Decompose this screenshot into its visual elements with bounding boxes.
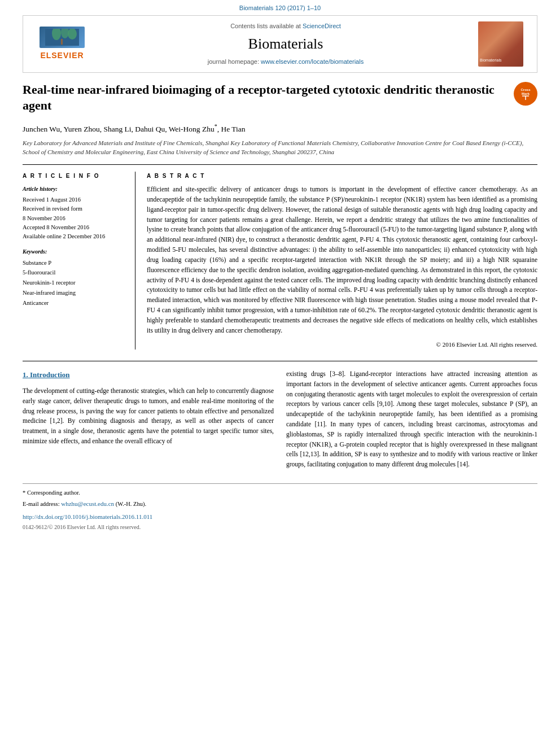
crossmark-badge[interactable]: Cross Mark bbox=[514, 82, 537, 106]
affiliation-text: Key Laboratory for Advanced Materials an… bbox=[23, 139, 537, 156]
abstract-column: A B S T R A C T Efficient and site-speci… bbox=[147, 172, 537, 350]
section-divider-top bbox=[23, 164, 537, 165]
article-title-block: Real-time near-infrared bioimaging of a … bbox=[23, 82, 537, 114]
email-line: E-mail address: whzhu@ecust.edu.cn (W.-H… bbox=[23, 499, 537, 509]
info-abstract-section: A R T I C L E I N F O Article history: R… bbox=[23, 172, 537, 350]
journal-header-center: Contents lists available at ScienceDirec… bbox=[93, 21, 478, 67]
body-two-columns: 1. Introduction The development of cutti… bbox=[23, 369, 537, 474]
svg-text:Mark: Mark bbox=[522, 92, 530, 95]
sciencedirect-link[interactable]: ScienceDirect bbox=[303, 23, 341, 29]
intro-paragraph-2: existing drugs [3–8]. Ligand-receptor in… bbox=[286, 369, 537, 470]
journal-cover bbox=[478, 21, 529, 67]
svg-rect-4 bbox=[61, 39, 63, 45]
article-title-text: Real-time near-infrared bioimaging of a … bbox=[23, 82, 495, 113]
body-column-left: 1. Introduction The development of cutti… bbox=[23, 369, 274, 474]
article-info-header: A R T I C L E I N F O bbox=[23, 172, 126, 180]
introduction-section: 1. Introduction The development of cutti… bbox=[23, 361, 537, 474]
main-content: Real-time near-infrared bioimaging of a … bbox=[0, 73, 560, 543]
article-info-column: A R T I C L E I N F O Article history: R… bbox=[23, 172, 135, 350]
authors-line: Junchen Wu, Yuren Zhou, Shang Li, Dahui … bbox=[23, 122, 537, 135]
intro-paragraph-1: The development of cutting-edge theranos… bbox=[23, 386, 274, 447]
keywords-label: Keywords: bbox=[23, 247, 126, 256]
intro-heading: 1. Introduction bbox=[23, 369, 274, 381]
history-dates: Received 1 August 2016 Received in revis… bbox=[23, 195, 126, 241]
doi-link[interactable]: http://dx.doi.org/10.1016/j.biomaterials… bbox=[23, 513, 152, 520]
issn-line: 0142-9612/© 2016 Elsevier Ltd. All right… bbox=[23, 523, 537, 531]
elsevier-tree-logo bbox=[40, 27, 85, 48]
journal-citation: Biomaterials 120 (2017) 1–10 bbox=[0, 0, 560, 15]
journal-header: ELSEVIER Contents lists available at Sci… bbox=[23, 15, 537, 73]
keywords-list: Substance P 5-fluorouracil Neurokinin-1 … bbox=[23, 258, 126, 308]
contents-available-text: Contents lists available at ScienceDirec… bbox=[93, 21, 478, 31]
journal-cover-image bbox=[478, 21, 523, 67]
elsevier-branding: ELSEVIER bbox=[31, 27, 93, 62]
svg-text:Cross: Cross bbox=[520, 88, 531, 91]
abstract-header: A B S T R A C T bbox=[147, 172, 537, 180]
footnote-section: * Corresponding author. E-mail address: … bbox=[23, 483, 537, 531]
abstract-text: Efficient and site-specific delivery of … bbox=[147, 185, 537, 335]
body-column-right: existing drugs [3–8]. Ligand-receptor in… bbox=[286, 369, 537, 474]
email-address[interactable]: whzhu@ecust.edu.cn bbox=[61, 500, 114, 507]
homepage-link[interactable]: www.elsevier.com/locate/biomaterials bbox=[261, 58, 364, 65]
history-label: Article history: bbox=[23, 185, 126, 193]
copyright-notice: © 2016 Elsevier Ltd. All rights reserved… bbox=[147, 340, 537, 350]
journal-name: Biomaterials bbox=[93, 33, 478, 55]
elsevier-wordmark: ELSEVIER bbox=[40, 50, 84, 62]
corresponding-author: * Corresponding author. bbox=[23, 488, 537, 497]
homepage-line: journal homepage: www.elsevier.com/locat… bbox=[93, 57, 478, 67]
